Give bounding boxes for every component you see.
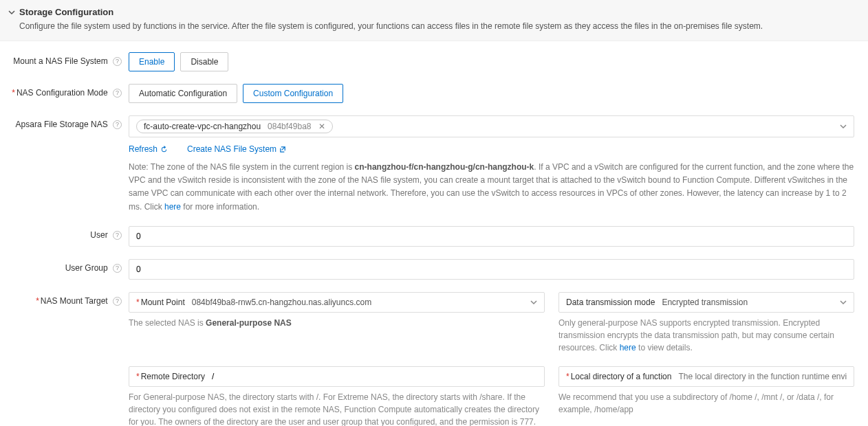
nas-select[interactable]: fc-auto-create-vpc-cn-hangzhou 084bf49ba… (129, 115, 854, 137)
help-icon[interactable]: ? (113, 297, 122, 306)
chevron-down-icon (8, 9, 15, 16)
transmission-here-link[interactable]: here (620, 341, 636, 354)
section-header: Storage Configuration Configure the file… (0, 0, 868, 41)
note-here-link[interactable]: here (164, 201, 181, 214)
section-description: Configure the file system used by functi… (19, 21, 860, 31)
enable-button[interactable]: Enable (129, 52, 175, 71)
transmission-mode-select[interactable]: Data transmission mode Encrypted transmi… (558, 292, 854, 313)
label-user: User ? (8, 226, 129, 240)
section-title: Storage Configuration (19, 7, 113, 17)
custom-config-button[interactable]: Custom Configuration (243, 84, 343, 103)
remote-dir-note: For General-purpose NAS, the directory s… (129, 391, 545, 426)
user-input[interactable] (129, 226, 854, 247)
zone-note: Note: The zone of the NAS file system in… (129, 161, 854, 214)
refresh-link[interactable]: Refresh (129, 144, 168, 154)
help-icon[interactable]: ? (113, 89, 122, 98)
transmission-value: Encrypted transmission (662, 298, 833, 307)
local-directory-input[interactable] (678, 372, 847, 381)
label-nas-config-mode: *NAS Configuration Mode ? (8, 84, 129, 98)
remote-directory-input[interactable] (212, 372, 537, 381)
help-icon[interactable]: ? (113, 231, 122, 240)
label-user-group: User Group ? (8, 259, 129, 273)
label-nas-mount-target: *NAS Mount Target ? (8, 292, 129, 306)
chevron-down-icon (840, 123, 847, 130)
remote-directory-field[interactable]: *Remote Directory (129, 366, 545, 387)
mount-point-select[interactable]: *Mount Point 084bf49ba8-rnw5.cn-hangzhou… (129, 292, 545, 313)
help-icon[interactable]: ? (113, 120, 122, 129)
local-dir-note: We recommend that you use a subdirectory… (558, 391, 854, 416)
nas-tag-id: 084bf49ba8 (268, 122, 311, 131)
label-apsara-nas: Apsara File Storage NAS ? (8, 115, 129, 129)
local-directory-field[interactable]: *Local directory of a function (558, 366, 854, 387)
create-nas-link[interactable]: Create NAS File System (187, 144, 287, 154)
label-mount-nas: Mount a NAS File System ? (8, 52, 129, 66)
nas-tag-name: fc-auto-create-vpc-cn-hangzhou (144, 122, 261, 131)
chevron-down-icon (840, 299, 847, 306)
mount-point-value: 084bf49ba8-rnw5.cn-hangzhou.nas.aliyuncs… (192, 298, 523, 307)
disable-button[interactable]: Disable (180, 52, 228, 71)
section-toggle[interactable]: Storage Configuration (8, 7, 860, 17)
help-icon[interactable]: ? (113, 57, 122, 66)
external-link-icon (279, 146, 287, 153)
chevron-down-icon (530, 299, 537, 306)
transmission-note: Only general-purpose NAS supports encryp… (558, 317, 854, 354)
auto-config-button[interactable]: Automatic Configuration (129, 84, 237, 103)
tag-remove-icon[interactable]: ✕ (318, 122, 325, 131)
nas-tag: fc-auto-create-vpc-cn-hangzhou 084bf49ba… (136, 120, 333, 133)
refresh-icon (160, 146, 168, 153)
help-icon[interactable]: ? (113, 264, 122, 273)
selected-nas-note: The selected NAS is General-purpose NAS (129, 317, 545, 329)
user-group-input[interactable] (129, 259, 854, 280)
